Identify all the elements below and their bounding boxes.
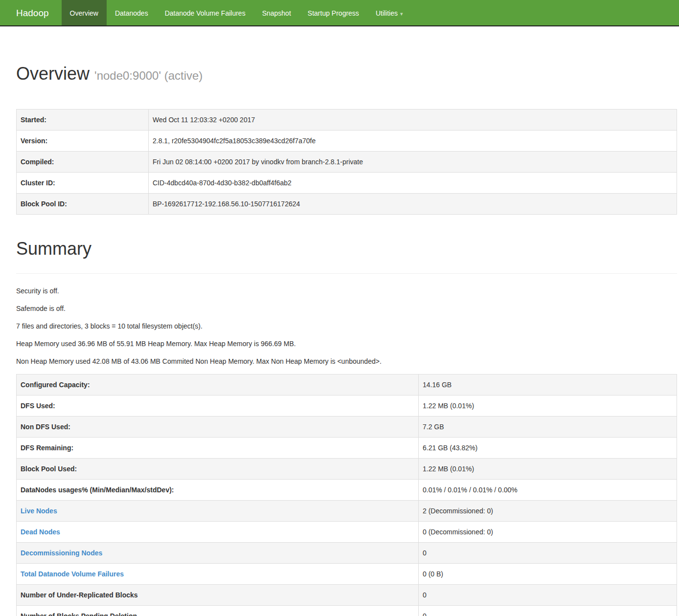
nav-tab-snapshot-label[interactable]: Snapshot bbox=[254, 0, 299, 25]
dead-nodes-link[interactable]: Dead Nodes bbox=[21, 528, 60, 536]
row-value: BP-1692617712-192.168.56.10-150771617262… bbox=[149, 194, 677, 215]
page-subtitle: 'node0:9000' (active) bbox=[94, 69, 203, 82]
summary-heading: Summary bbox=[16, 239, 677, 259]
row-label: DataNodes usages% (Min/Median/Max/stdDev… bbox=[17, 480, 419, 501]
summary-paragraph: Security is off. bbox=[16, 286, 677, 296]
nav-dropdown-utilities-link[interactable]: Utilities▾ bbox=[367, 0, 411, 25]
table-row: Total Datanode Volume Failures0 (0 B) bbox=[17, 564, 677, 585]
nav-tab-startup-progress[interactable]: Startup Progress bbox=[299, 0, 367, 25]
nav-dropdown-utilities[interactable]: Utilities▾ bbox=[367, 0, 411, 25]
nav-tab-overview[interactable]: Overview bbox=[62, 0, 107, 25]
table-row: DFS Used:1.22 MB (0.01%) bbox=[17, 396, 677, 417]
row-value: 0 bbox=[419, 585, 677, 606]
table-row: Block Pool Used:1.22 MB (0.01%) bbox=[17, 459, 677, 480]
row-label: Started: bbox=[17, 110, 149, 131]
table-row: Configured Capacity:14.16 GB bbox=[17, 374, 677, 396]
nav-tab-datanode-volume-failures-label[interactable]: Datanode Volume Failures bbox=[157, 0, 254, 25]
summary-paragraph: Safemode is off. bbox=[16, 304, 677, 313]
row-label: Cluster ID: bbox=[17, 173, 149, 194]
table-row: Live Nodes2 (Decommissioned: 0) bbox=[17, 501, 677, 522]
main-content: Overview 'node0:9000' (active) Started:W… bbox=[16, 64, 677, 616]
chevron-down-icon: ▾ bbox=[400, 0, 403, 27]
table-row: Compiled:Fri Jun 02 08:14:00 +0200 2017 … bbox=[17, 152, 677, 173]
row-value: 0 bbox=[419, 606, 677, 616]
nav-tab-datanodes-label[interactable]: Datanodes bbox=[107, 0, 157, 25]
section-divider bbox=[16, 273, 677, 274]
row-value: 0 (Decommissioned: 0) bbox=[419, 522, 677, 543]
summary-stats-table: Configured Capacity:14.16 GB DFS Used:1.… bbox=[16, 374, 677, 616]
hadoop-brand[interactable]: Hadoop bbox=[16, 0, 49, 25]
total-datanode-volume-failures-link[interactable]: Total Datanode Volume Failures bbox=[21, 570, 124, 578]
table-row: DataNodes usages% (Min/Median/Max/stdDev… bbox=[17, 480, 677, 501]
table-row: Cluster ID:CID-4dbcd40a-870d-4d30-b382-d… bbox=[17, 173, 677, 194]
summary-paragraph: 7 files and directories, 3 blocks = 10 t… bbox=[16, 321, 677, 331]
table-row: Number of Blocks Pending Deletion0 bbox=[17, 606, 677, 616]
nav-tab-datanodes[interactable]: Datanodes bbox=[107, 0, 157, 25]
table-row: Decommissioning Nodes0 bbox=[17, 543, 677, 564]
nav-tab-snapshot[interactable]: Snapshot bbox=[254, 0, 299, 25]
row-label: Block Pool ID: bbox=[17, 194, 149, 215]
navbar-menu: Overview Datanodes Datanode Volume Failu… bbox=[62, 0, 411, 25]
table-row: Started:Wed Oct 11 12:03:32 +0200 2017 bbox=[17, 110, 677, 131]
row-value: 7.2 GB bbox=[419, 417, 677, 438]
nav-tab-startup-progress-label[interactable]: Startup Progress bbox=[299, 0, 367, 25]
table-row: Number of Under-Replicated Blocks0 bbox=[17, 585, 677, 606]
nav-dropdown-utilities-label: Utilities bbox=[376, 9, 398, 17]
row-value: 0.01% / 0.01% / 0.01% / 0.00% bbox=[419, 480, 677, 501]
page-title: Overview 'node0:9000' (active) bbox=[16, 64, 677, 86]
row-value: 2 (Decommissioned: 0) bbox=[419, 501, 677, 522]
row-label: DFS Remaining: bbox=[17, 438, 419, 459]
summary-paragraph: Heap Memory used 36.96 MB of 55.91 MB He… bbox=[16, 339, 677, 349]
row-label: Total Datanode Volume Failures bbox=[17, 564, 419, 585]
row-label: Compiled: bbox=[17, 152, 149, 173]
row-label: Version: bbox=[17, 131, 149, 152]
decommissioning-nodes-link[interactable]: Decommissioning Nodes bbox=[21, 549, 102, 557]
row-value: 1.22 MB (0.01%) bbox=[419, 459, 677, 480]
overview-info-table: Started:Wed Oct 11 12:03:32 +0200 2017 V… bbox=[16, 109, 677, 215]
nav-tab-datanode-volume-failures[interactable]: Datanode Volume Failures bbox=[157, 0, 254, 25]
row-value: 6.21 GB (43.82%) bbox=[419, 438, 677, 459]
row-value: Fri Jun 02 08:14:00 +0200 2017 by vinodk… bbox=[149, 152, 677, 173]
row-value: 2.8.1, r20fe5304904fc2f5a18053c389e43cd2… bbox=[149, 131, 677, 152]
table-row: Block Pool ID:BP-1692617712-192.168.56.1… bbox=[17, 194, 677, 215]
page-title-text: Overview bbox=[16, 64, 90, 84]
row-label: Number of Under-Replicated Blocks bbox=[17, 585, 419, 606]
row-value: 14.16 GB bbox=[419, 374, 677, 396]
row-value: CID-4dbcd40a-870d-4d30-b382-db0aff4f6ab2 bbox=[149, 173, 677, 194]
row-value: 0 bbox=[419, 543, 677, 564]
row-value: 1.22 MB (0.01%) bbox=[419, 396, 677, 417]
live-nodes-link[interactable]: Live Nodes bbox=[21, 507, 57, 515]
row-value: 0 (0 B) bbox=[419, 564, 677, 585]
row-label: Dead Nodes bbox=[17, 522, 419, 543]
nav-tab-overview-label[interactable]: Overview bbox=[62, 0, 107, 25]
table-row: DFS Remaining:6.21 GB (43.82%) bbox=[17, 438, 677, 459]
row-value: Wed Oct 11 12:03:32 +0200 2017 bbox=[149, 110, 677, 131]
table-row: Non DFS Used:7.2 GB bbox=[17, 417, 677, 438]
row-label: Non DFS Used: bbox=[17, 417, 419, 438]
summary-paragraph: Non Heap Memory used 42.08 MB of 43.06 M… bbox=[16, 356, 677, 366]
row-label: Number of Blocks Pending Deletion bbox=[17, 606, 419, 616]
top-navbar: Hadoop Overview Datanodes Datanode Volum… bbox=[0, 0, 679, 26]
row-label: Decommissioning Nodes bbox=[17, 543, 419, 564]
table-row: Version:2.8.1, r20fe5304904fc2f5a18053c3… bbox=[17, 131, 677, 152]
row-label: Configured Capacity: bbox=[17, 374, 419, 396]
row-label: DFS Used: bbox=[17, 396, 419, 417]
table-row: Dead Nodes0 (Decommissioned: 0) bbox=[17, 522, 677, 543]
row-label: Block Pool Used: bbox=[17, 459, 419, 480]
row-label: Live Nodes bbox=[17, 501, 419, 522]
